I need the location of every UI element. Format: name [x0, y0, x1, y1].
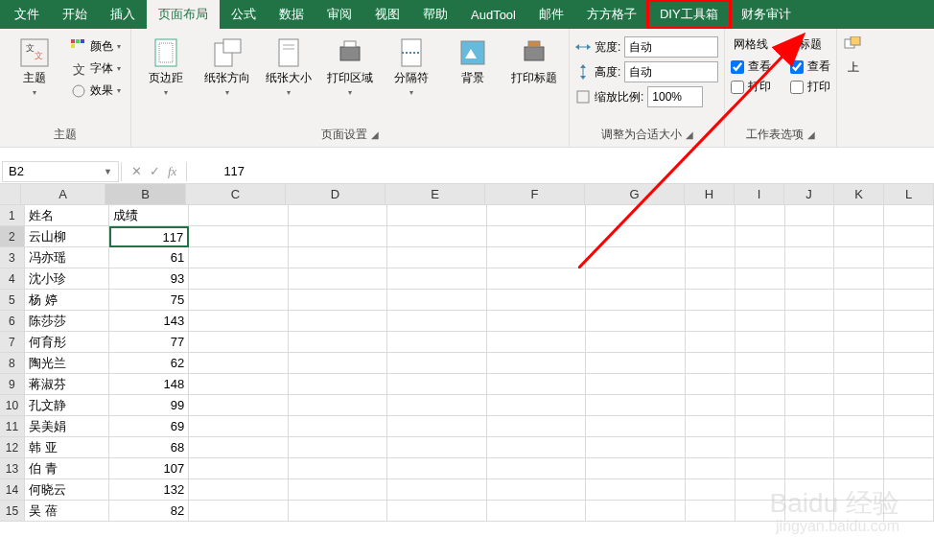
cell-H13[interactable] — [686, 458, 736, 479]
cell-C7[interactable] — [189, 332, 289, 353]
cell-B12[interactable]: 68 — [109, 437, 190, 458]
confirm-button[interactable]: ✓ — [150, 164, 160, 178]
cell-A13[interactable]: 伯 青 — [25, 458, 109, 479]
cell-G11[interactable] — [586, 416, 686, 437]
cell-E4[interactable] — [387, 268, 487, 290]
cell-F5[interactable] — [487, 290, 587, 311]
cell-L5[interactable] — [884, 290, 934, 311]
tab-help[interactable]: 帮助 — [411, 0, 459, 29]
row-header-4[interactable]: 4 — [0, 268, 25, 290]
row-header-8[interactable]: 8 — [0, 353, 25, 374]
cell-F12[interactable] — [487, 437, 587, 458]
cell-A8[interactable]: 陶光兰 — [25, 353, 109, 374]
cell-D1[interactable] — [289, 205, 388, 226]
background-button[interactable]: 背景 — [444, 33, 502, 99]
cell-J4[interactable] — [785, 268, 835, 290]
cell-I12[interactable] — [736, 437, 785, 458]
cell-F4[interactable] — [487, 268, 587, 290]
cell-H6[interactable] — [686, 311, 736, 332]
cell-B7[interactable]: 77 — [109, 332, 190, 353]
cell-K10[interactable] — [834, 395, 884, 416]
headings-print-check[interactable]: 打印 — [790, 79, 830, 95]
cell-F3[interactable] — [487, 247, 587, 268]
cell-L7[interactable] — [884, 332, 934, 353]
cell-E11[interactable] — [387, 416, 487, 437]
cell-J1[interactable] — [785, 205, 835, 226]
cell-A1[interactable]: 姓名 — [25, 205, 109, 226]
cell-B14[interactable]: 132 — [109, 479, 190, 501]
cell-E2[interactable] — [387, 226, 487, 247]
tab-view[interactable]: 视图 — [363, 0, 411, 29]
fx-button[interactable]: fx — [168, 164, 176, 179]
cell-E5[interactable] — [387, 290, 487, 311]
cell-A12[interactable]: 韩 亚 — [25, 437, 109, 458]
cell-H8[interactable] — [686, 353, 736, 374]
cell-D3[interactable] — [289, 247, 388, 268]
cell-A6[interactable]: 陈莎莎 — [25, 311, 109, 332]
cell-C2[interactable] — [189, 226, 289, 247]
cell-E7[interactable] — [387, 332, 487, 353]
cell-J2[interactable] — [785, 226, 835, 247]
tab-audtool[interactable]: AudTool — [459, 0, 527, 29]
cell-D9[interactable] — [289, 374, 388, 395]
effects-button[interactable]: 效果 ▾ — [67, 81, 125, 101]
name-box[interactable]: B2 ▼ — [2, 161, 119, 182]
cell-G10[interactable] — [586, 395, 686, 416]
cell-H15[interactable] — [686, 501, 736, 522]
cell-C14[interactable] — [189, 479, 289, 501]
cell-I8[interactable] — [736, 353, 785, 374]
cell-F2[interactable] — [487, 226, 587, 247]
row-header-13[interactable]: 13 — [0, 458, 25, 479]
cancel-button[interactable]: ✕ — [131, 164, 142, 178]
cell-A9[interactable]: 蒋淑芬 — [25, 374, 109, 395]
breaks-button[interactable]: 分隔符▾ — [383, 33, 440, 99]
cell-D11[interactable] — [289, 416, 388, 437]
width-input[interactable] — [624, 36, 718, 58]
cell-B2[interactable]: 117 — [109, 226, 190, 247]
col-header-B[interactable]: B — [105, 184, 186, 204]
row-header-7[interactable]: 7 — [0, 332, 25, 353]
cell-B15[interactable]: 82 — [109, 501, 190, 522]
cell-K1[interactable] — [834, 205, 884, 226]
cell-E14[interactable] — [387, 479, 487, 501]
row-header-1[interactable]: 1 — [0, 205, 25, 226]
cell-L11[interactable] — [884, 416, 934, 437]
cell-K6[interactable] — [834, 311, 884, 332]
formula-input[interactable]: 117 — [187, 164, 934, 178]
cell-C5[interactable] — [189, 290, 289, 311]
cell-B5[interactable]: 75 — [109, 290, 190, 311]
cell-A15[interactable]: 吴 蓓 — [25, 501, 109, 522]
cell-K3[interactable] — [834, 247, 884, 268]
cell-B13[interactable]: 107 — [109, 458, 190, 479]
tab-audit[interactable]: 财务审计 — [730, 0, 803, 29]
cell-I11[interactable] — [736, 416, 785, 437]
cell-G15[interactable] — [586, 501, 686, 522]
cell-J8[interactable] — [785, 353, 835, 374]
cell-G8[interactable] — [586, 353, 686, 374]
col-header-H[interactable]: H — [685, 184, 735, 204]
row-header-10[interactable]: 10 — [0, 395, 25, 416]
cell-D12[interactable] — [289, 437, 388, 458]
cell-A5[interactable]: 杨 婷 — [25, 290, 109, 311]
col-header-J[interactable]: J — [784, 184, 834, 204]
cell-K7[interactable] — [834, 332, 884, 353]
themes-button[interactable]: 文文 主题▾ — [6, 33, 63, 99]
cell-J5[interactable] — [785, 290, 835, 311]
cell-B8[interactable]: 62 — [109, 353, 190, 374]
col-header-E[interactable]: E — [385, 184, 485, 204]
cell-K12[interactable] — [834, 437, 884, 458]
row-header-3[interactable]: 3 — [0, 247, 25, 268]
cell-F15[interactable] — [487, 501, 587, 522]
cell-D7[interactable] — [289, 332, 388, 353]
cell-D6[interactable] — [289, 311, 388, 332]
cell-H2[interactable] — [686, 226, 736, 247]
cell-C10[interactable] — [189, 395, 289, 416]
gridlines-print-check[interactable]: 打印 — [731, 79, 771, 95]
cell-K2[interactable] — [834, 226, 884, 247]
cell-I13[interactable] — [736, 458, 785, 479]
cell-F7[interactable] — [487, 332, 587, 353]
cell-F9[interactable] — [487, 374, 587, 395]
row-header-11[interactable]: 11 — [0, 416, 25, 437]
cell-G1[interactable] — [586, 205, 686, 226]
cell-H5[interactable] — [686, 290, 736, 311]
